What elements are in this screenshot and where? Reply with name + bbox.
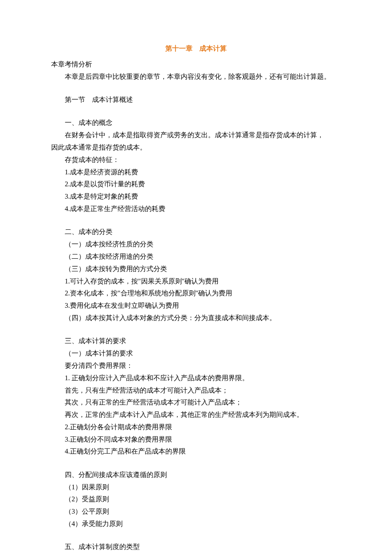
sub3-item: 3.正确划分不同成本对象的费用界限 (51, 434, 341, 446)
sub1-feature-item: 4.成本是正常生产经营活动的耗费 (51, 203, 341, 215)
sub1-feature-heading: 存货成本的特征： (51, 154, 341, 166)
sub3-lead: 要分清四个费用界限： (51, 360, 341, 372)
sub2-item: （四）成本按其计入成本对象的方式分类：分为直接成本和间接成本。 (51, 312, 341, 324)
sub4-item: （3）公平原则 (51, 506, 341, 518)
sub2-item: 2.资本化成本，按"合理地和系统地分配原则"确认为费用 (51, 287, 341, 300)
chapter-title: 第十一章 成本计算 (51, 43, 341, 55)
sub1-body-line1: 在财务会计中，成本是指取得资产或劳务的支出。成本计算通常是指存货成本的计算， (51, 129, 341, 142)
sub1-body-line2: 因此成本通常是指存货的成本。 (51, 142, 341, 154)
sub1-feature-item: 1.成本是经济资源的耗费 (51, 166, 341, 179)
sub3-item: 4.正确划分完工产品和在产品成本的界限 (51, 445, 341, 458)
intro-body: 本章是后四章中比较重要的章节，本章内容没有变化，除客观题外，还有可能出计算题。 (51, 71, 341, 83)
intro-heading: 本章考情分析 (51, 58, 341, 71)
sub3-item: 首先，只有生产经营活动的成本才可能计入产品成本； (51, 384, 341, 397)
sub1-feature-item: 2.成本是以货币计量的耗费 (51, 178, 341, 191)
sub2-item: 3.费用化成本在发生时立即确认为费用 (51, 300, 341, 312)
sub1-feature-item: 3.成本是特定对象的耗费 (51, 191, 341, 203)
sub3-item: 其次，只有正常的生产经营活动成本才可能计入产品成本； (51, 396, 341, 409)
sub2-item: （二）成本按经济用途的分类 (51, 251, 341, 263)
sub4-heading: 四、分配间接成本应该遵循的原则 (51, 469, 341, 481)
sub1-heading: 一、成本的概念 (51, 117, 341, 129)
sub2-heading: 二、成本的分类 (51, 226, 341, 238)
sub5-item: 1.实际成本计算制度和标准成本计算制度 (51, 553, 341, 555)
sub3-heading: 三、成本计算的要求 (51, 335, 341, 347)
sub3-item: 1. 正确划分应计入产品成本和不应计入产品成本的费用界限。 (51, 372, 341, 384)
sub4-item: （4）承受能力原则 (51, 518, 341, 530)
sub5-heading: 五、成本计算制度的类型 (51, 541, 341, 553)
sub3-item: 2.正确划分各会计期成本的费用界限 (51, 421, 341, 434)
sub2-item: （三）成本按转为费用的方式分类 (51, 263, 341, 275)
sub3-item: 再次，正常的生产成本计入产品成本，其他正常的生产经营成本列为期间成本。 (51, 409, 341, 421)
sub4-item: （1）因果原则 (51, 481, 341, 494)
sub4-item: （2）受益原则 (51, 493, 341, 506)
sub2-item: （一）成本按经济性质的分类 (51, 238, 341, 251)
sub2-item: 1.可计入存货的成本，按"因果关系原则"确认为费用 (51, 275, 341, 288)
sub3-subheading: （一）成本计算的要求 (51, 347, 341, 360)
section-1-heading: 第一节 成本计算概述 (51, 94, 341, 106)
